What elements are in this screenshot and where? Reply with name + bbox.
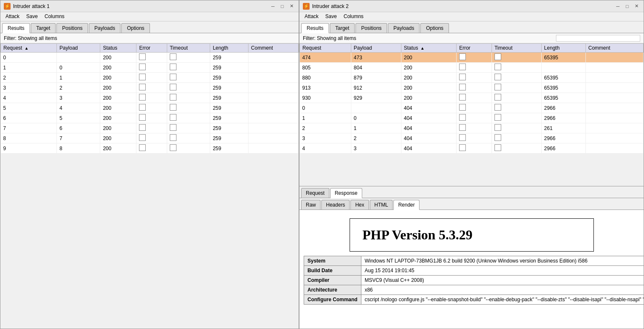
table-row[interactable]: 2 1 200 259 [1,73,299,83]
col-status-right[interactable]: Status ▲ [401,44,456,53]
close-button-left[interactable]: ✕ [288,3,295,10]
table-row[interactable]: 474 473 200 65395 [300,53,644,63]
col-error-left[interactable]: Error [136,44,167,53]
resp-tab-html[interactable]: HTML [370,200,393,210]
resp-tab-headers[interactable]: Headers [321,200,350,210]
tab-target-left[interactable]: Target [31,23,56,33]
table-row[interactable]: 880 879 200 65395 [300,73,644,83]
menu-columns-right[interactable]: Columns [340,13,367,20]
maximize-button-left[interactable]: □ [278,3,286,10]
menu-columns-left[interactable]: Columns [41,13,68,20]
table-header-right: Request Payload Status ▲ Error Timeout L… [300,44,644,53]
table-row[interactable]: 7 6 200 259 [1,123,299,133]
col-comment-right[interactable]: Comment [585,44,643,53]
cell-request: 1 [300,113,351,123]
bottom-tabs: Request Response [299,186,644,198]
cell-status: 404 [401,143,456,154]
cell-payload: 2 [57,83,100,93]
table-row[interactable]: 930 929 200 65395 [300,93,644,103]
table-row[interactable]: 8 7 200 259 [1,133,299,143]
tab-positions-left[interactable]: Positions [56,23,88,33]
php-info-label: Architecture [304,285,361,295]
cell-payload: 4 [57,103,100,113]
cell-timeout [167,103,210,113]
cell-request: 5 [1,103,57,113]
col-error-right[interactable]: Error [457,44,492,53]
tab-target-right[interactable]: Target [330,23,355,33]
php-info-value: MSVC9 (Visual C++ 2008) [361,275,644,285]
minimize-button-right[interactable]: ─ [614,3,622,10]
close-button-right[interactable]: ✕ [633,3,640,10]
app-icon-left [4,3,11,10]
table-row[interactable]: 3 2 404 2966 [300,133,644,143]
cell-error [457,143,492,154]
cell-error [457,133,492,143]
table-row[interactable]: 1 0 404 2966 [300,113,644,123]
php-info-label: Build Date [304,265,361,275]
resp-tab-render[interactable]: Render [393,200,419,210]
cell-error [457,103,492,113]
table-wrapper-left[interactable]: Request ▲ Payload Status Error Timeout L… [0,43,299,329]
menu-attack-left[interactable]: Attack [2,13,23,20]
table-row[interactable]: 6 5 200 259 [1,113,299,123]
cell-timeout [167,93,210,103]
table-row[interactable]: 0 200 259 [1,53,299,63]
cell-error [457,63,492,73]
window-controls-left: ─ □ ✕ [269,3,295,10]
table-row[interactable]: 2 1 404 261 [300,123,644,133]
table-row[interactable]: 913 912 200 65395 [300,83,644,93]
table-row[interactable]: 1 0 200 259 [1,63,299,73]
table-row[interactable]: 0 404 2966 [300,103,644,113]
cell-payload: 0 [57,63,100,73]
resp-tab-raw[interactable]: Raw [301,200,321,210]
table-row[interactable]: 4 3 200 259 [1,93,299,103]
col-request-right[interactable]: Request [300,44,351,53]
cell-length: 65395 [541,93,585,103]
table-row[interactable]: 805 804 200 [300,63,644,73]
php-info-row: Architecture x86 [304,285,644,295]
window-content-right: Filter: Showing all items Request Payloa… [299,33,644,329]
col-timeout-left[interactable]: Timeout [167,44,210,53]
col-timeout-right[interactable]: Timeout [492,44,541,53]
minimize-button-left[interactable]: ─ [269,3,277,10]
table-row[interactable]: 3 2 200 259 [1,83,299,93]
maximize-button-right[interactable]: □ [623,3,631,10]
col-payload-right[interactable]: Payload [351,44,401,53]
col-request-left[interactable]: Request ▲ [1,44,57,53]
table-row[interactable]: 4 3 404 2966 [300,143,644,154]
cell-error [457,73,492,83]
col-status-left[interactable]: Status [100,44,136,53]
menu-save-left[interactable]: Save [23,13,41,20]
tab-payloads-right[interactable]: Payloads [388,23,420,33]
cell-payload: 912 [351,83,401,93]
menu-save-right[interactable]: Save [322,13,340,20]
cell-timeout [167,133,210,143]
php-info-value: Aug 15 2014 19:01:45 [361,265,644,275]
sub-tab-request[interactable]: Request [301,188,329,198]
cell-request: 0 [300,103,351,113]
tab-positions-right[interactable]: Positions [355,23,387,33]
menu-attack-right[interactable]: Attack [301,13,322,20]
tab-options-right[interactable]: Options [420,23,449,33]
table-row[interactable]: 9 8 200 259 [1,143,299,154]
cell-comment [249,73,299,83]
app-icon-right [303,3,310,10]
cell-payload: 6 [57,123,100,133]
table-wrapper-right[interactable]: Request Payload Status ▲ Error Timeout L… [299,43,644,186]
cell-length: 259 [210,123,249,133]
sub-tab-response[interactable]: Response [330,188,362,198]
tab-results-left[interactable]: Results [2,23,30,33]
cell-status: 200 [401,73,456,83]
table-row[interactable]: 5 4 200 259 [1,103,299,113]
col-length-left[interactable]: Length [210,44,249,53]
tab-payloads-left[interactable]: Payloads [89,23,120,33]
tab-results-right[interactable]: Results [301,23,329,33]
col-comment-left[interactable]: Comment [249,44,299,53]
resp-tab-hex[interactable]: Hex [350,200,369,210]
cell-payload: 1 [57,73,100,83]
col-payload-left[interactable]: Payload [57,44,100,53]
cell-status: 200 [401,83,456,93]
col-length-right[interactable]: Length [541,44,585,53]
filter-input-right[interactable] [556,35,640,42]
tab-options-left[interactable]: Options [121,23,150,33]
